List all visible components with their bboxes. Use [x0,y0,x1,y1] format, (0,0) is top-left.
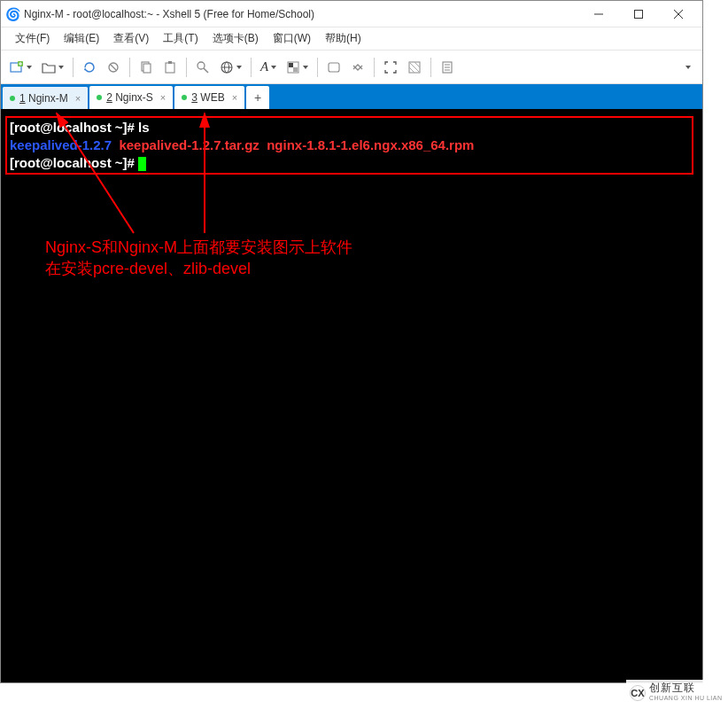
maximize-button[interactable] [618,1,658,27]
window-controls [578,1,698,27]
status-dot-icon [97,95,102,100]
titlebar: 🌀 Nginx-M - root@localhost:~ - Xshell 5 … [1,1,702,27]
svg-line-10 [111,65,116,70]
tab-label: 2 Nginx-S [106,91,153,104]
svg-rect-21 [289,63,293,67]
fullscreen-button[interactable] [380,57,401,78]
svg-rect-14 [168,61,172,64]
watermark-icon: CX [630,685,646,701]
status-dot-icon [182,95,187,100]
toolbar-separator [251,58,252,77]
toolbar-separator [430,58,431,77]
app-icon: 🌀 [5,7,19,21]
script-button[interactable] [323,57,345,78]
font-button[interactable]: A [257,57,280,78]
colorscheme-button[interactable] [283,57,312,78]
menu-window[interactable]: 窗口(W) [266,29,318,48]
paste-button[interactable] [159,57,181,78]
tab-close-icon[interactable]: × [75,93,81,104]
globe-button[interactable] [216,57,245,78]
svg-rect-12 [143,64,151,73]
close-button[interactable] [658,1,698,27]
tab-web[interactable]: 3 WEB × [174,86,244,109]
toolbar-overflow[interactable] [676,57,697,78]
toolbar-separator [374,58,375,77]
terminal-cursor [138,157,146,171]
copy-button[interactable] [136,57,157,78]
tab-close-icon[interactable]: × [232,92,237,103]
new-tab-button[interactable]: + [246,86,269,109]
minimize-button[interactable] [578,1,618,27]
tab-nginx-m[interactable]: 1 Nginx-M × [3,86,88,109]
terminal[interactable]: [root@localhost ~]# ls keepalived-1.2.7 … [1,109,702,682]
toolbar-separator [317,58,318,77]
menu-edit[interactable]: 编辑(E) [57,29,106,48]
watermark: CX 创新互联 CHUANG XIN HU LIAN [626,680,728,706]
menubar: 文件(F) 编辑(E) 查看(V) 工具(T) 选项卡(B) 窗口(W) 帮助(… [1,27,702,51]
svg-rect-22 [293,67,298,72]
annotation-text: Nginx-S和Nginx-M上面都要安装图示上软件 在安装pcre-devel… [45,237,352,279]
toolbar-separator [186,58,187,77]
properties-button[interactable] [437,57,458,78]
open-button[interactable] [38,57,67,78]
tab-nginx-s[interactable]: 2 Nginx-S × [89,86,173,109]
svg-rect-1 [634,10,642,18]
toolbar: A [1,51,702,84]
transfer-button[interactable] [347,57,368,78]
tab-label: 1 Nginx-M [19,92,68,105]
menu-view[interactable]: 查看(V) [106,29,156,48]
svg-point-15 [197,62,205,69]
toolbar-separator [129,58,130,77]
reconnect-button[interactable] [79,57,100,78]
svg-line-16 [204,68,208,73]
tab-close-icon[interactable]: × [160,92,166,103]
tabstrip: 1 Nginx-M × 2 Nginx-S × 3 WEB × + [1,84,702,109]
tab-label: 3 WEB [191,91,224,104]
menu-tools[interactable]: 工具(T) [156,29,205,48]
status-dot-icon [10,96,15,101]
menu-tabs[interactable]: 选项卡(B) [205,29,266,48]
menu-help[interactable]: 帮助(H) [318,29,368,48]
svg-rect-13 [166,63,174,73]
disconnect-button[interactable] [103,57,124,78]
search-button[interactable] [192,57,213,78]
annotation-box: [root@localhost ~]# ls keepalived-1.2.7 … [5,116,693,175]
window-title: Nginx-M - root@localhost:~ - Xshell 5 (F… [24,8,578,20]
svg-marker-8 [84,67,87,71]
menu-file[interactable]: 文件(F) [8,29,57,48]
transparency-button[interactable] [404,57,425,78]
new-session-button[interactable] [6,57,35,78]
toolbar-separator [73,58,74,77]
